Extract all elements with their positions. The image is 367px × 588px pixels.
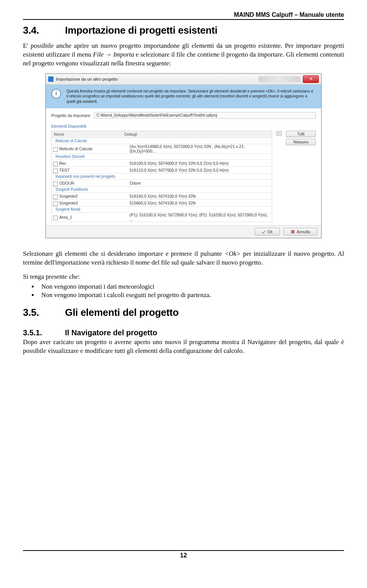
checkbox-icon[interactable]	[53, 201, 58, 206]
info-icon: i	[51, 89, 61, 99]
list-item: Non vengono importati i dati meteorologi…	[38, 283, 344, 291]
row-name: Sorgente2	[59, 194, 78, 198]
doc-header: MAIND MMS Calpuff – Manuale utente	[23, 11, 344, 18]
checkbox-icon[interactable]	[53, 182, 58, 186]
menu-path-italic: File → Importa	[93, 51, 134, 58]
row-name: Area_1	[59, 215, 72, 219]
subsection-title: Il Navigatore del progetto	[65, 328, 157, 337]
row-name: Reticolo di Calcolo	[59, 146, 93, 151]
checkbox-icon[interactable]	[53, 169, 58, 173]
row-details: 518160,0 X(m); 5074100,0 Y(m) 32N	[128, 194, 272, 198]
dialog-info-pane: i Questa finestra mostra gli elementi co…	[46, 85, 321, 109]
row-details: (P1): 516100,0 X(m); 5072900,0 Y(m); (P2…	[128, 213, 272, 222]
dialog-info-text: Questa finestra mostra gli elementi cont…	[67, 89, 316, 104]
page-footer: 12	[0, 550, 367, 559]
group-label: Sorgenti Puntiformi	[52, 187, 272, 193]
row-details: 515660,0 X(m); 5074100,0 Y(m) 32N	[128, 201, 272, 205]
group-label: Sorgenti Areali	[52, 206, 272, 213]
table-row[interactable]: Reticolo di Calcolo (Xo,Yo)=514900,0 X(m…	[52, 144, 272, 154]
row-name: Rec	[59, 161, 67, 166]
footer-rule	[23, 550, 344, 551]
row-details: 516110,0 X(m); 5077000,0 Y(m) 32N 0,0 Z(…	[128, 168, 272, 172]
after-dialog-paragraph: Selezionare gli elementi che si desidera…	[23, 250, 344, 267]
section-3-5-1-paragraph: Dopo aver caricato un progetto o averne …	[23, 338, 344, 356]
table-row[interactable]: Sorgente2 518160,0 X(m); 5074100,0 Y(m) …	[52, 193, 272, 200]
group-label: Recettori Discreti	[52, 154, 272, 160]
checkbox-icon[interactable]	[53, 216, 58, 220]
section-3-4-heading: 3.4.Importazione di progetti esistenti	[23, 24, 344, 36]
subsection-number: 3.5.1.	[23, 328, 65, 337]
row-details: Odore	[128, 181, 272, 185]
table-row[interactable]: Sorgente3 515660,0 X(m); 5074100,0 Y(m) …	[52, 200, 272, 206]
close-icon[interactable]: ✕	[303, 75, 319, 83]
notes-list: Non vengono importati i dati meteorologi…	[38, 283, 344, 299]
table-row[interactable]: Rec 516100,0 X(m); 5074000,0 Y(m) 32N 0,…	[52, 160, 272, 167]
note-lead: Si tenga presente che:	[23, 273, 344, 281]
section-title: Gli elementi del progetto	[65, 307, 179, 318]
group-label: Inquinanti non presenti nel progetto	[52, 174, 272, 180]
section-3-5-1-heading: 3.5.1.Il Navigatore del progetto	[23, 328, 344, 337]
cancel-label: Annulla	[297, 229, 310, 234]
row-name: TEST	[59, 168, 70, 172]
list-item: Non vengono importati i calcoli eseguiti…	[38, 291, 344, 299]
cancel-button[interactable]: Annulla	[284, 228, 317, 236]
row-details: (Xo,Yo)=514900,0 X(m); 5072000,0 Y(m) 32…	[128, 144, 272, 153]
row-name: ODOUR	[59, 181, 74, 185]
dialog-footer: Ok Annulla	[46, 225, 321, 238]
path-input[interactable]: C:\Maind_Sviluppo\MaindModelSuite\FileEs…	[94, 112, 316, 119]
available-elements-label: Elementi Disponibili	[51, 124, 316, 128]
dialog-title: Importazione da un altro progetto	[56, 77, 258, 81]
row-details: 516100,0 X(m); 5074000,0 Y(m) 32N 0,0 Z(…	[128, 161, 272, 166]
table-row[interactable]: Area_1 (P1): 516100,0 X(m); 5072900,0 Y(…	[52, 213, 272, 222]
import-dialog: Importazione da un altro progetto ✕ i Qu…	[45, 73, 322, 239]
project-path-row: Progetto da importare: C:\Maind_Sviluppo…	[51, 112, 316, 119]
ok-italic: <Ok>	[224, 250, 241, 257]
path-label: Progetto da importare:	[51, 113, 91, 118]
cross-icon	[291, 230, 295, 234]
section-number: 3.4.	[23, 24, 65, 36]
dialog-titlebar: Importazione da un altro progetto ✕	[46, 74, 321, 85]
app-icon	[48, 76, 54, 82]
para-text: Selezionare gli elementi che si desidera…	[23, 250, 224, 257]
titlebar-blur	[258, 76, 300, 82]
section-number: 3.5.	[23, 307, 65, 318]
scrollbar-thumb[interactable]	[276, 131, 282, 136]
page-number: 12	[180, 552, 187, 559]
section-3-5-heading: 3.5.Gli elementi del progetto	[23, 307, 344, 318]
ok-label: Ok	[268, 229, 273, 234]
header-rule	[23, 19, 344, 20]
checkmark-icon	[262, 230, 266, 234]
section-title: Importazione di progetti esistenti	[65, 24, 218, 36]
table-row[interactable]: TEST 516110,0 X(m); 5077000,0 Y(m) 32N 0…	[52, 167, 272, 174]
col-details: Dettagli	[123, 132, 272, 136]
checkbox-icon[interactable]	[53, 195, 58, 199]
checkbox-icon[interactable]	[53, 147, 58, 152]
row-name: Sorgente3	[59, 201, 78, 205]
table-row[interactable]: ODOUR Odore	[52, 180, 272, 187]
select-none-button[interactable]: Nessuno	[286, 139, 316, 145]
group-label: Reticolo di Calcolo	[52, 138, 272, 144]
checkbox-icon[interactable]	[53, 162, 58, 166]
ok-button[interactable]: Ok	[255, 228, 280, 236]
col-name: Nome	[52, 132, 123, 136]
elements-table: Nome Dettagli Reticolo di Calcolo Retico…	[51, 131, 272, 222]
select-all-button[interactable]: Tutti	[286, 131, 316, 137]
table-header: Nome Dettagli	[52, 131, 272, 138]
section-3-4-paragraph: E' possibile anche aprire un nuovo proge…	[23, 42, 344, 68]
